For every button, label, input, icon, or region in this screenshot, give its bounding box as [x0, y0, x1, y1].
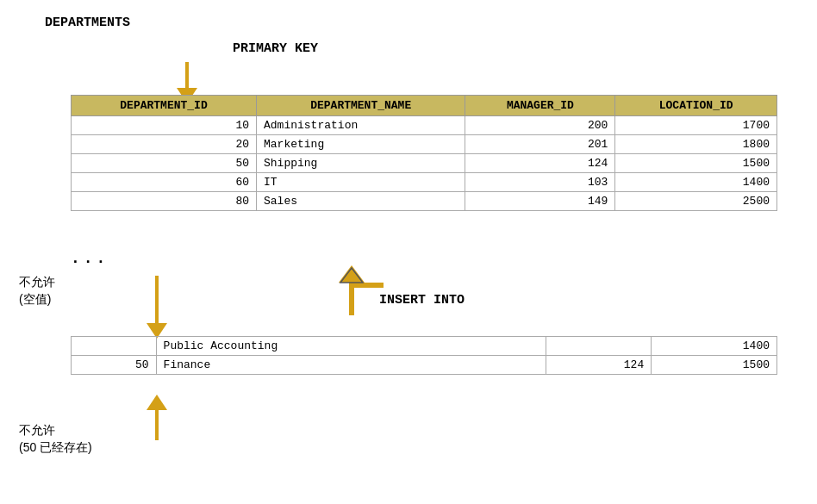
insert-table: Public Accounting140050Finance1241500	[71, 336, 777, 375]
table-cell: 1700	[615, 116, 777, 135]
departments-table: DEPARTMENT_ID DEPARTMENT_NAME MANAGER_ID…	[71, 95, 777, 211]
exists-arrow-shaft	[155, 410, 159, 440]
svg-rect-1	[349, 283, 384, 288]
table-cell: 1400	[652, 337, 777, 356]
table-cell: 201	[465, 135, 615, 154]
table-cell: 1400	[615, 173, 777, 192]
table-header-row: DEPARTMENT_ID DEPARTMENT_NAME MANAGER_ID…	[72, 96, 777, 116]
table-row: 50Finance1241500	[72, 356, 777, 375]
table-cell	[72, 337, 157, 356]
page-container: DEPARTMENTS PRIMARY KEY DEPARTMENT_ID DE…	[0, 0, 817, 504]
insert-into-arrow	[313, 258, 390, 319]
departments-label: DEPARTMENTS	[45, 16, 130, 30]
ellipsis: ...	[71, 250, 109, 267]
table-cell: Public Accounting	[156, 337, 546, 356]
table-cell	[546, 337, 652, 356]
table-row: 80Sales1492500	[72, 192, 777, 211]
col-header-manager-id: MANAGER_ID	[465, 96, 615, 116]
col-header-dept-name: DEPARTMENT_NAME	[257, 96, 465, 116]
svg-marker-3	[340, 268, 363, 283]
arrow-shaft	[185, 62, 189, 88]
table-cell: 1800	[615, 135, 777, 154]
table-cell: Finance	[156, 356, 546, 375]
exists-arrow-head	[147, 395, 167, 410]
table-cell: 200	[465, 116, 615, 135]
table-cell: 60	[72, 173, 257, 192]
table-cell: 2500	[615, 192, 777, 211]
table-cell: Marketing	[257, 135, 465, 154]
table-cell: 10	[72, 116, 257, 135]
table-row: 50Shipping1241500	[72, 154, 777, 173]
table-cell: 1500	[652, 356, 777, 375]
table-cell: 50	[72, 356, 157, 375]
table-cell: 1500	[615, 154, 777, 173]
table-cell: 124	[465, 154, 615, 173]
null-arrow	[147, 276, 167, 339]
table-row: 20Marketing2011800	[72, 135, 777, 154]
exists-arrow	[147, 395, 167, 440]
table-cell: 20	[72, 135, 257, 154]
table-cell: 103	[465, 173, 615, 192]
not-allowed-exists-label: 不允许 (50 已经存在)	[19, 422, 92, 456]
table-cell: 50	[72, 154, 257, 173]
table-cell: Shipping	[257, 154, 465, 173]
table-cell: IT	[257, 173, 465, 192]
table-cell: 80	[72, 192, 257, 211]
table-cell: 124	[546, 356, 652, 375]
null-arrow-shaft	[155, 276, 159, 323]
col-header-dept-id: DEPARTMENT_ID	[72, 96, 257, 116]
table-row: Public Accounting1400	[72, 337, 777, 356]
table-cell: 149	[465, 192, 615, 211]
insert-into-label: INSERT INTO	[379, 293, 465, 308]
table-row: 10Administration2001700	[72, 116, 777, 135]
col-header-location-id: LOCATION_ID	[615, 96, 777, 116]
table-row: 60IT1031400	[72, 173, 777, 192]
table-cell: Administration	[257, 116, 465, 135]
primary-key-label: PRIMARY KEY	[233, 41, 318, 56]
table-cell: Sales	[257, 192, 465, 211]
not-allowed-null-label: 不允许 (空值)	[19, 274, 55, 308]
